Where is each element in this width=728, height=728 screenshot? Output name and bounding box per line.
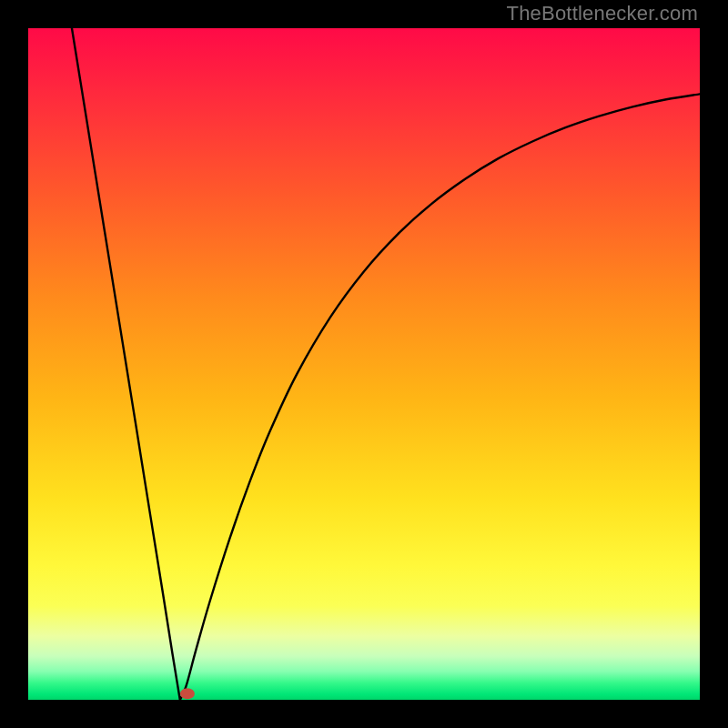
gradient-background <box>28 28 700 700</box>
notch-marker <box>180 688 195 699</box>
watermark-text: TheBottlenecker.com <box>507 2 698 25</box>
chart-frame: TheBottlenecker.com <box>0 0 728 728</box>
plot-area <box>28 28 700 700</box>
chart-svg <box>28 28 700 700</box>
